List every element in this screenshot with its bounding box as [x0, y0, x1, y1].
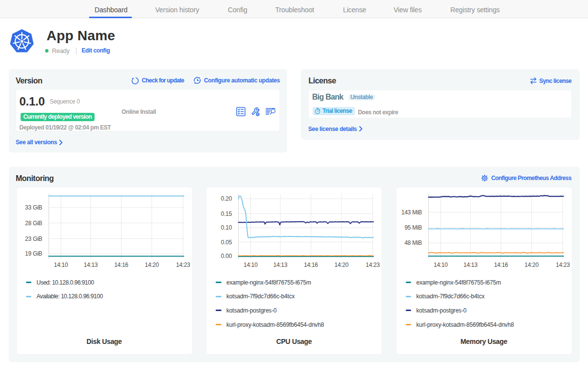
svg-text:23 GiB: 23 GiB	[25, 235, 42, 242]
svg-text:14:10: 14:10	[244, 261, 258, 268]
svg-text:14:16: 14:16	[304, 261, 318, 268]
svg-text:28 GiB: 28 GiB	[25, 220, 42, 227]
svg-text:14:10: 14:10	[434, 261, 448, 268]
svg-text:143 MiB: 143 MiB	[401, 209, 422, 216]
svg-text:14:16: 14:16	[494, 261, 508, 268]
svg-text:0.10: 0.10	[221, 224, 232, 231]
svg-text:33 GiB: 33 GiB	[25, 204, 42, 211]
svg-text:14:23: 14:23	[176, 261, 190, 268]
svg-text:0.00: 0.00	[221, 253, 232, 260]
svg-text:14:20: 14:20	[335, 261, 349, 268]
svg-text:14:16: 14:16	[114, 261, 128, 268]
svg-text:19 GiB: 19 GiB	[25, 250, 42, 257]
svg-text:14:20: 14:20	[145, 261, 159, 268]
svg-text:14:20: 14:20	[524, 261, 539, 268]
svg-text:0.20: 0.20	[221, 195, 232, 202]
svg-text:95 MiB: 95 MiB	[404, 224, 422, 231]
svg-text:14:10: 14:10	[54, 261, 68, 268]
svg-text:48 MiB: 48 MiB	[404, 239, 422, 246]
svg-text:14:13: 14:13	[463, 261, 477, 268]
svg-text:14:13: 14:13	[273, 261, 288, 268]
svg-text:0.05: 0.05	[221, 239, 232, 246]
svg-text:14:23: 14:23	[556, 261, 570, 268]
svg-text:14:13: 14:13	[83, 261, 98, 268]
svg-text:0.15: 0.15	[221, 210, 232, 217]
svg-text:14:23: 14:23	[366, 261, 380, 268]
